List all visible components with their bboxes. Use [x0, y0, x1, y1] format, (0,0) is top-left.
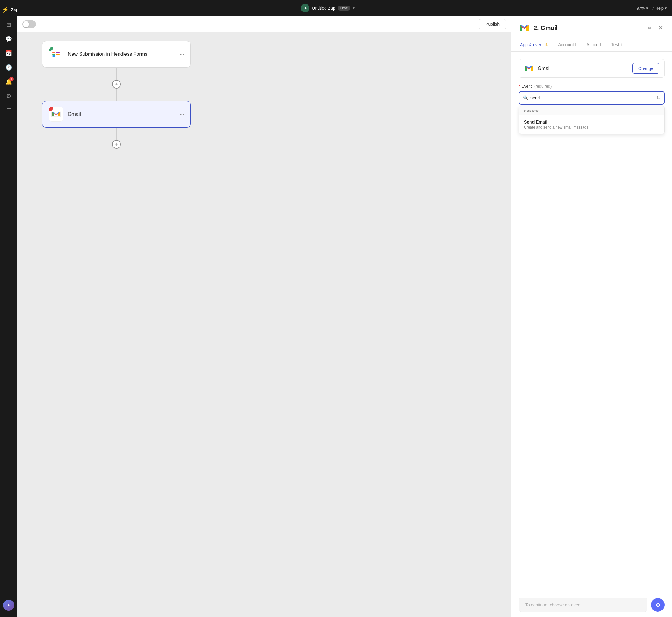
enable-toggle[interactable]: [22, 20, 36, 28]
continue-placeholder: To continue, choose an event: [519, 598, 647, 612]
sidebar-item-notifications[interactable]: 🔔 1: [2, 75, 15, 88]
sidebar-item-canvas[interactable]: 📅: [2, 47, 15, 59]
zap-title: Untitled Zap: [312, 6, 335, 11]
settings-icon: ⚙: [6, 92, 11, 99]
topbar-center: TF Untitled Zap Draft ▾: [22, 4, 633, 12]
node-1-icon: ✓: [49, 47, 63, 62]
action-info-icon: ℹ: [600, 42, 601, 47]
node-1-more-icon[interactable]: ···: [180, 51, 184, 58]
test-info-icon: ℹ: [620, 42, 622, 47]
tables-icon: ⊟: [6, 21, 11, 28]
node-2-more-icon[interactable]: ···: [180, 111, 184, 118]
history-icon: 🕐: [5, 64, 12, 71]
close-icon[interactable]: ✕: [657, 23, 665, 33]
svg-rect-4: [56, 53, 60, 55]
user-avatar[interactable]: ✦: [3, 600, 14, 611]
panel-title: 2. Gmail: [533, 24, 643, 32]
event-required-note: (required): [533, 84, 551, 88]
event-field-label: * Event (required): [519, 84, 665, 88]
chevron-updown-icon: ⇅: [657, 95, 660, 100]
topbar-right: 97% ▾ ? Help ▾: [637, 6, 667, 11]
help-chevron-icon: ▾: [665, 6, 667, 11]
app-selector-name: Gmail: [537, 66, 629, 71]
search-icon: 🔍: [523, 95, 528, 100]
dropdown-item-send-email[interactable]: Send Email Create and send a new email m…: [519, 115, 664, 134]
panel-app-icon: [519, 22, 530, 33]
sidebar: ⊞ ⚡ Zaps ⊟ 💬 📅 🕐 🔔 1 ⚙ ☰ ✦: [0, 0, 17, 617]
add-step-btn-2[interactable]: +: [112, 140, 121, 149]
app-selector-icon: [524, 63, 534, 73]
dropdown-section-create: CREATE: [519, 106, 664, 115]
connector-1: [116, 67, 117, 80]
node-1-title: New Submission in Headless Forms: [68, 51, 175, 57]
zap-node-2[interactable]: !: [42, 101, 191, 128]
notifications-badge: 1: [9, 77, 14, 81]
canvas-icon: 📅: [5, 50, 12, 57]
apps-icon: ☰: [6, 107, 11, 114]
canvas-toolbar: Publish: [17, 16, 511, 32]
tab-action-label: Action: [587, 42, 599, 47]
help-circle-icon: ⊕: [656, 602, 660, 608]
node-2-icon: !: [49, 107, 63, 122]
publish-button[interactable]: Publish: [479, 19, 506, 29]
tab-account-label: Account: [558, 42, 574, 47]
event-dropdown: CREATE Send Email Create and send a new …: [519, 106, 665, 134]
account-info-icon: ℹ: [575, 42, 577, 47]
content-row: Publish ✓: [17, 16, 672, 617]
change-button[interactable]: Change: [632, 63, 659, 74]
sidebar-item-history[interactable]: 🕐: [2, 61, 15, 74]
event-label-text: Event: [521, 84, 532, 88]
dropdown-item-title: Send Email: [524, 120, 659, 125]
tab-app-event[interactable]: App & event ⚠: [519, 38, 549, 51]
help-circle-button[interactable]: ⊕: [651, 598, 665, 612]
right-panel: 2. Gmail ✏ ✕ App & event ⚠ Account ℹ Act…: [511, 16, 672, 617]
event-input-wrapper: 🔍 ⇅: [519, 91, 665, 105]
connector-3: [116, 128, 117, 140]
toggle-knob: [23, 21, 29, 27]
interfaces-icon: 💬: [5, 36, 12, 42]
topbar: TF Untitled Zap Draft ▾ 97% ▾ ? Help ▾: [17, 0, 672, 16]
panel-body: Gmail Change * Event (required) 🔍 ⇅: [511, 52, 672, 330]
zoom-chevron-icon: ▾: [646, 6, 648, 11]
help-circle-icon: ?: [652, 6, 654, 11]
tab-account[interactable]: Account ℹ: [557, 38, 578, 51]
avatar-icon: ✦: [7, 603, 10, 607]
svg-rect-0: [52, 52, 55, 53]
add-step-btn-1[interactable]: +: [112, 80, 121, 88]
user-initials: TF: [301, 4, 309, 12]
event-field: * Event (required) 🔍 ⇅ CREATE Send Email: [519, 84, 665, 134]
zap-node-1[interactable]: ✓ New Submission in Headl: [42, 41, 191, 67]
draft-status: Draft: [338, 6, 350, 11]
zap-flow: ✓ New Submission in Headl: [42, 41, 191, 149]
app-selector: Gmail Change: [519, 59, 665, 78]
node-2-title: Gmail: [68, 112, 175, 117]
warning-icon: ⚠: [545, 42, 548, 47]
canvas-area: Publish ✓: [17, 16, 511, 617]
tab-action[interactable]: Action ℹ: [585, 38, 603, 51]
main-area: TF Untitled Zap Draft ▾ 97% ▾ ? Help ▾: [17, 0, 672, 617]
tab-app-event-label: App & event: [520, 42, 543, 47]
dropdown-item-description: Create and send a new email message.: [524, 125, 659, 130]
zap-icon: ⚡: [2, 6, 9, 13]
event-search-input[interactable]: [519, 92, 664, 104]
sidebar-item-settings[interactable]: ⚙: [2, 90, 15, 102]
sidebar-item-apps[interactable]: ☰: [2, 104, 15, 117]
panel-footer: To continue, choose an event ⊕: [511, 593, 672, 617]
sidebar-item-interfaces[interactable]: 💬: [2, 33, 15, 45]
panel-tabs: App & event ⚠ Account ℹ Action ℹ Test ℹ: [511, 38, 672, 52]
svg-rect-2: [52, 55, 55, 57]
edit-icon[interactable]: ✏: [647, 24, 653, 32]
help-button[interactable]: ? Help ▾: [652, 6, 667, 11]
tab-test-label: Test: [611, 42, 619, 47]
chevron-down-icon[interactable]: ▾: [353, 6, 355, 10]
zoom-control[interactable]: 97% ▾: [637, 6, 648, 11]
svg-rect-3: [56, 52, 60, 53]
required-asterisk: *: [519, 84, 520, 88]
tab-test[interactable]: Test ℹ: [610, 38, 623, 51]
connector-2: [116, 88, 117, 101]
svg-rect-1: [52, 53, 55, 55]
sidebar-item-tables[interactable]: ⊟: [2, 19, 15, 31]
